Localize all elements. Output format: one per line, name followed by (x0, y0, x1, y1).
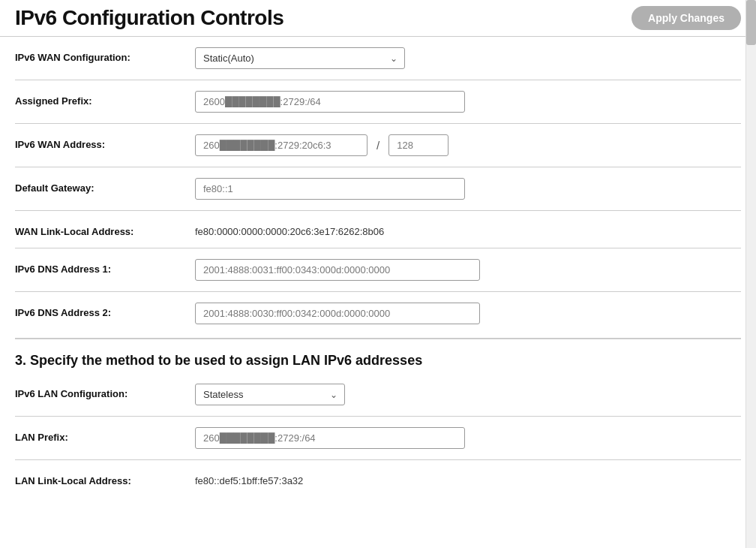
lan-link-local-value: fe80::def5:1bff:fe57:3a32 (195, 471, 303, 486)
ipv6-dns2-input[interactable] (195, 303, 480, 324)
lan-prefix-control (195, 427, 741, 449)
ipv6-dns2-section: IPv6 DNS Address 2: (15, 291, 741, 335)
ipv6-lan-config-select-wrapper: Stateless Stateful Auto None ⌄ (195, 384, 345, 405)
ipv6-dns1-input[interactable] (195, 259, 480, 281)
slash-separator: / (374, 139, 382, 152)
main-content: IPv6 WAN Configuration: Static(Auto) DHC… (0, 37, 756, 548)
lan-prefix-section: LAN Prefix: (15, 416, 741, 459)
scrollbar-thumb[interactable] (746, 0, 756, 45)
ipv6-wan-config-control: Static(Auto) DHCPv6 Auto Config 6to4 Tun… (195, 47, 741, 69)
ipv6-wan-config-select-wrapper: Static(Auto) DHCPv6 Auto Config 6to4 Tun… (195, 47, 405, 69)
default-gateway-section: Default Gateway: (15, 167, 741, 210)
default-gateway-input[interactable] (195, 178, 465, 200)
wan-link-local-control: fe80:0000:0000:0000:20c6:3e17:6262:8b06 (195, 221, 741, 237)
ipv6-wan-cidr-input[interactable] (388, 134, 448, 156)
ipv6-wan-address-section: IPv6 WAN Address: / (15, 123, 741, 167)
wan-link-local-label: WAN Link-Local Address: (15, 221, 195, 237)
ipv6-wan-config-label: IPv6 WAN Configuration: (15, 47, 195, 63)
default-gateway-control (195, 178, 741, 200)
page-title: IPv6 Configuration Controls (15, 6, 284, 30)
header-bar: IPv6 Configuration Controls Apply Change… (0, 0, 756, 37)
ipv6-wan-address-input[interactable] (195, 134, 368, 156)
assigned-prefix-input[interactable] (195, 91, 465, 113)
default-gateway-label: Default Gateway: (15, 178, 195, 194)
wan-link-local-section: WAN Link-Local Address: fe80:0000:0000:0… (15, 210, 741, 248)
lan-link-local-label: LAN Link-Local Address: (15, 471, 195, 486)
page-wrapper: IPv6 Configuration Controls Apply Change… (0, 0, 756, 548)
ipv6-dns1-label: IPv6 DNS Address 1: (15, 259, 195, 275)
lan-prefix-label: LAN Prefix: (15, 427, 195, 443)
assigned-prefix-label: Assigned Prefix: (15, 91, 195, 107)
assigned-prefix-control (195, 91, 741, 113)
ipv6-dns1-section: IPv6 DNS Address 1: (15, 248, 741, 291)
ipv6-lan-config-section: IPv6 LAN Configuration: Stateless Statef… (15, 373, 741, 416)
assigned-prefix-section: Assigned Prefix: (15, 80, 741, 123)
lan-section-heading: 3. Specify the method to be used to assi… (15, 338, 741, 373)
ipv6-wan-config-section: IPv6 WAN Configuration: Static(Auto) DHC… (15, 37, 741, 80)
ipv6-wan-config-select[interactable]: Static(Auto) DHCPv6 Auto Config 6to4 Tun… (195, 47, 405, 69)
wan-link-local-value: fe80:0000:0000:0000:20c6:3e17:6262:8b06 (195, 221, 384, 237)
apply-changes-button[interactable]: Apply Changes (632, 6, 741, 30)
lan-link-local-control: fe80::def5:1bff:fe57:3a32 (195, 471, 741, 486)
ipv6-wan-address-control: / (195, 134, 741, 156)
ipv6-dns1-control (195, 259, 741, 281)
ipv6-lan-config-select[interactable]: Stateless Stateful Auto None (195, 384, 345, 405)
ipv6-lan-config-control: Stateless Stateful Auto None ⌄ (195, 384, 741, 405)
ipv6-dns2-label: IPv6 DNS Address 2: (15, 303, 195, 318)
ipv6-dns2-control (195, 303, 741, 324)
lan-link-local-section: LAN Link-Local Address: fe80::def5:1bff:… (15, 459, 741, 497)
lan-prefix-input[interactable] (195, 427, 465, 449)
ipv6-lan-config-label: IPv6 LAN Configuration: (15, 384, 195, 399)
scrollbar-track[interactable] (746, 0, 756, 548)
ipv6-wan-address-label: IPv6 WAN Address: (15, 134, 195, 150)
